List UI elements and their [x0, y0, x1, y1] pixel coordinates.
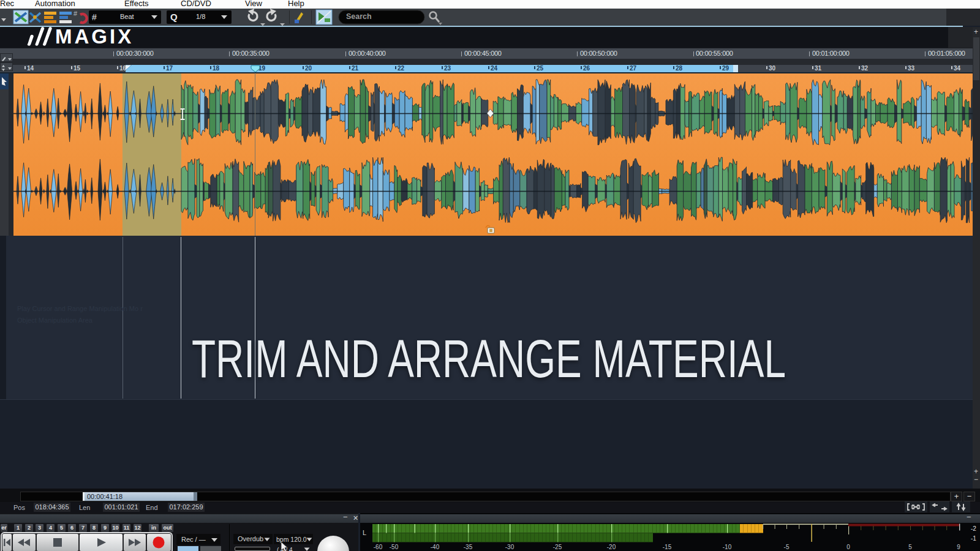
svg-text:-60: -60: [374, 544, 383, 550]
svg-text:#: #: [74, 10, 77, 17]
svg-text:1/8: 1/8: [196, 13, 205, 20]
svg-text:-40: -40: [431, 544, 440, 550]
svg-text:9: 9: [957, 544, 960, 550]
svg-text:#: #: [92, 12, 97, 22]
svg-text:-20: -20: [607, 544, 616, 550]
svg-text:-5: -5: [784, 544, 790, 550]
svg-text:Search: Search: [346, 12, 372, 21]
svg-text:5: 5: [908, 544, 912, 550]
svg-text:-10: -10: [723, 544, 732, 550]
svg-text:-50: -50: [390, 544, 399, 550]
svg-text:-35: -35: [464, 544, 473, 550]
svg-text:-15: -15: [663, 544, 672, 550]
svg-text:Q: Q: [170, 12, 178, 22]
svg-text:Beat: Beat: [120, 13, 134, 20]
svg-text:-25: -25: [553, 544, 562, 550]
svg-text:-30: -30: [505, 544, 514, 550]
svg-text:0: 0: [846, 544, 850, 550]
